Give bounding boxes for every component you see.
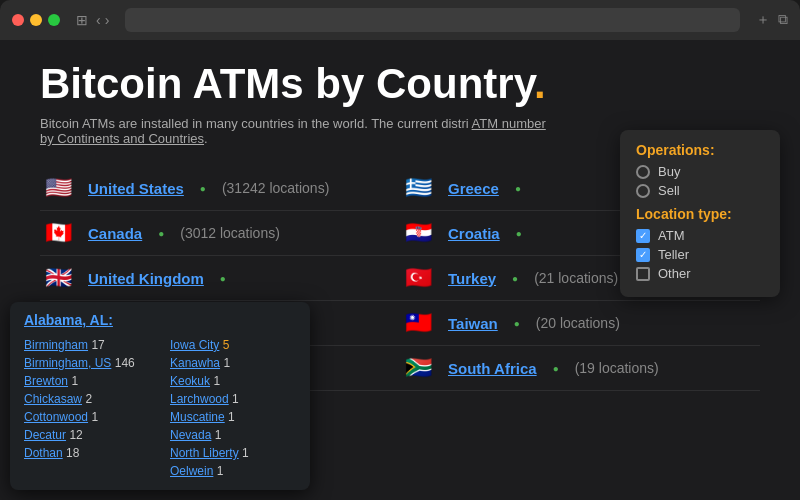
- other-checkbox[interactable]: [636, 267, 650, 281]
- browser-actions: ＋ ⧉: [756, 11, 788, 29]
- list-item[interactable]: North Liberty 1: [170, 444, 296, 462]
- list-item[interactable]: Keokuk 1: [170, 372, 296, 390]
- sell-label: Sell: [658, 183, 680, 198]
- atm-option[interactable]: ATM: [636, 228, 764, 243]
- back-icon[interactable]: ‹: [96, 12, 101, 28]
- list-item[interactable]: Birmingham 17: [24, 336, 150, 354]
- list-item[interactable]: Nevada 1: [170, 426, 296, 444]
- list-item[interactable]: Dothan 18: [24, 444, 150, 462]
- list-item[interactable]: Oelwein 1: [170, 462, 296, 480]
- list-item[interactable]: Larchwood 1: [170, 390, 296, 408]
- hr-flag: 🇭🇷: [400, 221, 436, 245]
- atm-label: ATM: [658, 228, 684, 243]
- count: 1: [232, 392, 239, 406]
- list-item[interactable]: Brewton 1: [24, 372, 150, 390]
- city-name[interactable]: Decatur: [24, 428, 66, 442]
- page-subtitle: Bitcoin ATMs are installed in many count…: [40, 116, 560, 146]
- browser-icons: ⊞: [76, 12, 88, 28]
- add-tab-icon[interactable]: ＋: [756, 11, 770, 29]
- list-item[interactable]: Kanawha 1: [170, 354, 296, 372]
- count: 2: [85, 392, 92, 406]
- count: 1: [228, 410, 235, 424]
- url-bar[interactable]: [125, 8, 740, 32]
- minimize-button[interactable]: [30, 14, 42, 26]
- city-name[interactable]: Kanawha: [170, 356, 220, 370]
- ca-flag: 🇨🇦: [40, 221, 76, 245]
- browser-chrome: ⊞ ‹ › ＋ ⧉: [0, 0, 800, 40]
- other-label: Other: [658, 266, 691, 281]
- country-item: 🇿🇦 South Africa ● (19 locations): [400, 346, 760, 391]
- city-name[interactable]: Oelwein: [170, 464, 213, 478]
- count: 1: [213, 374, 220, 388]
- list-item[interactable]: Cottonwood 1: [24, 408, 150, 426]
- country-name-gr[interactable]: Greece: [448, 180, 499, 197]
- list-item[interactable]: Decatur 12: [24, 426, 150, 444]
- city-name[interactable]: Iowa City: [170, 338, 219, 352]
- country-locations-tr: (21 locations): [534, 270, 618, 286]
- forward-icon[interactable]: ›: [105, 12, 110, 28]
- country-item: 🇨🇦 Canada ● (3012 locations): [40, 211, 400, 256]
- traffic-lights: [12, 14, 60, 26]
- city-name[interactable]: Larchwood: [170, 392, 229, 406]
- tr-flag: 🇹🇷: [400, 266, 436, 290]
- close-button[interactable]: [12, 14, 24, 26]
- list-item[interactable]: Iowa City 5: [170, 336, 296, 354]
- city-name[interactable]: Nevada: [170, 428, 211, 442]
- count: 1: [91, 410, 98, 424]
- list-item[interactable]: Muscatine 1: [170, 408, 296, 426]
- country-name-tr[interactable]: Turkey: [448, 270, 496, 287]
- country-item: 🇺🇸 United States ● (31242 locations): [40, 166, 400, 211]
- teller-checkbox[interactable]: [636, 248, 650, 262]
- country-locations-ca: (3012 locations): [180, 225, 280, 241]
- operations-popup: Operations: Buy Sell Location type: ATM …: [620, 130, 780, 297]
- country-item: 🇹🇼 Taiwan ● (20 locations): [400, 301, 760, 346]
- dropdown-col1: Birmingham 17 Birmingham, US 146 Brewton…: [24, 336, 150, 480]
- country-locations-us: (31242 locations): [222, 180, 329, 196]
- count: 12: [69, 428, 82, 442]
- gr-flag: 🇬🇷: [400, 176, 436, 200]
- buy-option[interactable]: Buy: [636, 164, 764, 179]
- city-name[interactable]: Birmingham: [24, 338, 88, 352]
- dropdown-header[interactable]: Alabama, AL:: [24, 312, 296, 328]
- teller-option[interactable]: Teller: [636, 247, 764, 262]
- us-flag: 🇺🇸: [40, 176, 76, 200]
- count: 17: [91, 338, 104, 352]
- location-type-title: Location type:: [636, 206, 764, 222]
- country-name-gb[interactable]: United Kingdom: [88, 270, 204, 287]
- city-name[interactable]: North Liberty: [170, 446, 239, 460]
- tw-flag: 🇹🇼: [400, 311, 436, 335]
- list-item[interactable]: Birmingham, US 146: [24, 354, 150, 372]
- maximize-button[interactable]: [48, 14, 60, 26]
- za-flag: 🇿🇦: [400, 356, 436, 380]
- operations-title: Operations:: [636, 142, 764, 158]
- country-name-za[interactable]: South Africa: [448, 360, 537, 377]
- city-name[interactable]: Cottonwood: [24, 410, 88, 424]
- city-name[interactable]: Muscatine: [170, 410, 225, 424]
- country-name-tw[interactable]: Taiwan: [448, 315, 498, 332]
- dropdown-col2: Iowa City 5 Kanawha 1 Keokuk 1 Larchwood…: [170, 336, 296, 480]
- tab-icon: ⊞: [76, 12, 88, 28]
- city-name[interactable]: Keokuk: [170, 374, 210, 388]
- city-name[interactable]: Birmingham, US: [24, 356, 111, 370]
- buy-radio[interactable]: [636, 165, 650, 179]
- country-name-ca[interactable]: Canada: [88, 225, 142, 242]
- list-item[interactable]: Chickasaw 2: [24, 390, 150, 408]
- share-icon[interactable]: ⧉: [778, 11, 788, 29]
- other-option[interactable]: Other: [636, 266, 764, 281]
- country-locations-tw: (20 locations): [536, 315, 620, 331]
- sell-radio[interactable]: [636, 184, 650, 198]
- atm-checkbox[interactable]: [636, 229, 650, 243]
- page-title: Bitcoin ATMs by Country.: [40, 60, 760, 108]
- count: 1: [215, 428, 222, 442]
- sell-option[interactable]: Sell: [636, 183, 764, 198]
- teller-label: Teller: [658, 247, 689, 262]
- city-name[interactable]: Dothan: [24, 446, 63, 460]
- gb-flag: 🇬🇧: [40, 266, 76, 290]
- city-name[interactable]: Brewton: [24, 374, 68, 388]
- city-name[interactable]: Chickasaw: [24, 392, 82, 406]
- country-name-hr[interactable]: Croatia: [448, 225, 500, 242]
- nav-arrows: ‹ ›: [96, 12, 109, 28]
- page-content: Bitcoin ATMs by Country. Bitcoin ATMs ar…: [0, 40, 800, 500]
- country-name-us[interactable]: United States: [88, 180, 184, 197]
- buy-label: Buy: [658, 164, 680, 179]
